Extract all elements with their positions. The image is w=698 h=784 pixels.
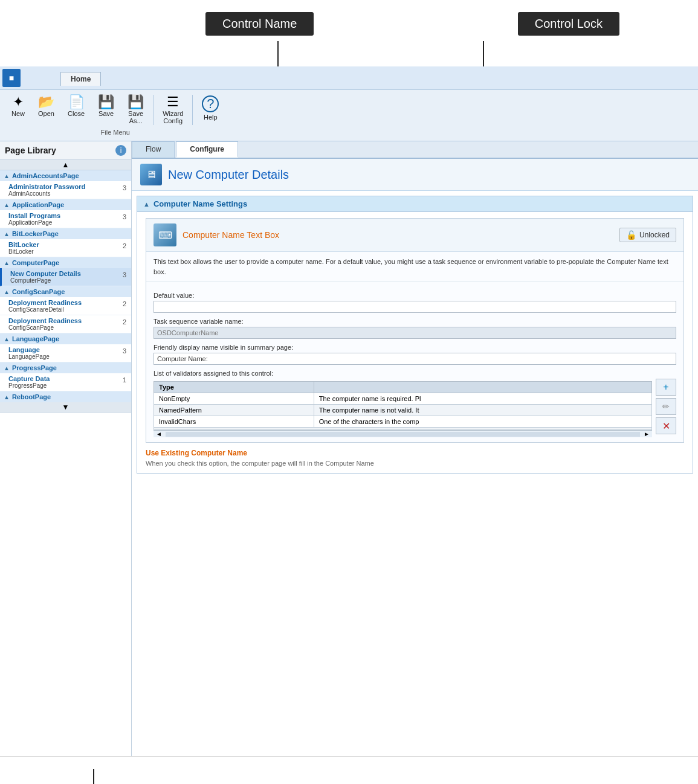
save-label: Save: [99, 110, 114, 117]
group-name-configscan: ConfigScanPage: [12, 288, 65, 295]
lock-icon: 🔓: [626, 230, 636, 240]
group-arrow-language: ▲: [4, 336, 10, 342]
sidebar-item-bitlocker[interactable]: BitLocker BitLocker 2: [0, 239, 131, 257]
validators-wrapper: Type NonEmpty The computer name is requ: [153, 379, 676, 437]
table-row[interactable]: NonEmpty The computer name is required. …: [154, 393, 652, 405]
sidebar-item-depl2-name: Deployment Readiness: [8, 317, 119, 324]
sidebar-item-language[interactable]: Language LanguagePage 3: [0, 344, 131, 362]
sidebar-item-depl1-num: 2: [119, 300, 126, 307]
sidebar-group-header-reboot[interactable]: ▲ RebootPage: [0, 391, 131, 402]
sidebar-group-progress: ▲ ProgressPage Capture Data ProgressPage…: [0, 362, 131, 391]
ribbon-save-button[interactable]: 💾 Save: [91, 92, 121, 127]
help-icon: ?: [202, 95, 219, 112]
sidebar-item-new-computer[interactable]: New Computer Details ComputerPage 3: [0, 268, 131, 286]
ribbon-file-group: ✦ New 📂 Open 📄 Close 💾 Save 💾 Save: [5, 92, 225, 137]
add-icon: +: [663, 382, 668, 393]
validator-type-2: NamedPattern: [154, 405, 314, 416]
validator-desc-3: One of the characters in the comp: [314, 416, 651, 428]
sidebar-item-admin-password[interactable]: Administrator Password AdminAccounts 3: [0, 181, 131, 199]
page-header: 🖥 New Computer Details: [132, 159, 698, 191]
sidebar-info-icon[interactable]: i: [115, 145, 126, 156]
tab-flow[interactable]: Flow: [132, 141, 175, 158]
table-row[interactable]: NamedPattern The computer name is not va…: [154, 405, 652, 416]
sidebar-group-header-progress[interactable]: ▲ ProgressPage: [0, 362, 131, 373]
use-existing-link[interactable]: Use Existing Computer Name: [146, 449, 684, 457]
delete-validator-button[interactable]: ✕: [656, 417, 676, 434]
friendly-input[interactable]: [153, 353, 676, 365]
sidebar-item-install-programs[interactable]: Install Programs ApplicationPage 3: [0, 210, 131, 228]
use-existing-desc: When you check this option, the computer…: [146, 460, 684, 467]
tab-configure[interactable]: Configure: [176, 141, 238, 158]
control-card-desc: This text box allows the user to provide…: [146, 252, 683, 282]
sidebar-title: Page Library: [5, 146, 115, 155]
new-label: New: [11, 110, 25, 117]
task-seq-label: Task sequence variable name:: [153, 318, 676, 325]
sidebar-item-bitlocker-sub: BitLocker: [8, 248, 119, 255]
default-value-input[interactable]: [153, 301, 676, 313]
scroll-left[interactable]: ◄: [153, 431, 164, 437]
open-icon: 📂: [38, 95, 54, 109]
sidebar-group-header-language[interactable]: ▲ LanguagePage: [0, 333, 131, 344]
table-scrollbar[interactable]: ◄ ►: [153, 430, 652, 437]
sidebar-group-configscan: ▲ ConfigScanPage Deployment Readiness Co…: [0, 286, 131, 333]
ribbon-help-button[interactable]: ? Help: [195, 92, 225, 127]
group-arrow-progress: ▲: [4, 365, 10, 371]
default-value-label: Default value:: [153, 292, 676, 299]
section-body: ⌨ Computer Name Text Box 🔓 Unlocked This…: [137, 212, 693, 473]
control-card-body: Default value: Task sequence variable na…: [146, 282, 683, 442]
sidebar: Page Library i ▲ ▲ AdminAccountsPage Adm…: [0, 141, 132, 756]
ribbon-new-button[interactable]: ✦ New: [5, 92, 31, 127]
ribbon-open-button[interactable]: 📂 Open: [31, 92, 61, 127]
control-card-header: ⌨ Computer Name Text Box 🔓 Unlocked: [146, 219, 683, 252]
ribbon-wizardconfig-button[interactable]: ☰ WizardConfig: [156, 92, 190, 127]
sidebar-item-capture[interactable]: Capture Data ProgressPage 1: [0, 373, 131, 391]
edit-validator-button[interactable]: ✏: [656, 398, 676, 415]
sidebar-group-header-admin[interactable]: ▲ AdminAccountsPage: [0, 170, 131, 181]
group-arrow-configscan: ▲: [4, 289, 10, 295]
sidebar-item-computer-name: New Computer Details: [10, 270, 119, 277]
sidebar-scroll-up[interactable]: ▲: [0, 160, 131, 170]
group-name-app: ApplicationPage: [12, 201, 64, 208]
close-icon: 📄: [68, 95, 85, 109]
sidebar-header: Page Library i: [0, 141, 131, 160]
sidebar-item-depl2-num: 2: [119, 318, 126, 326]
control-icon: ⌨: [153, 223, 176, 246]
sidebar-item-deployment2[interactable]: Deployment Readiness ConfigScanPage 2: [0, 315, 131, 333]
sidebar-item-depl1-name: Deployment Readiness: [8, 299, 119, 306]
tab-home[interactable]: Home: [60, 72, 101, 86]
saveas-label: SaveAs...: [128, 110, 143, 124]
section-header: ▲ Computer Name Settings: [137, 196, 693, 212]
page-title: New Computer Details: [168, 168, 289, 182]
sidebar-group-bitlocker: ▲ BitLockerPage BitLocker BitLocker 2: [0, 228, 131, 257]
validator-desc-1: The computer name is required. Pl: [314, 393, 651, 405]
sidebar-group-header-computer[interactable]: ▲ ComputerPage: [0, 257, 131, 268]
page-icon-glyph: 🖥: [146, 169, 157, 181]
sidebar-group-language: ▲ LanguagePage Language LanguagePage 3: [0, 333, 131, 362]
table-scroll-wrapper: Type NonEmpty The computer name is requ: [153, 379, 652, 437]
sidebar-group-admin: ▲ AdminAccountsPage Administrator Passwo…: [0, 170, 131, 199]
add-validator-button[interactable]: +: [656, 379, 676, 396]
ribbon-close-button[interactable]: 📄 Close: [61, 92, 91, 127]
scroll-right[interactable]: ►: [641, 431, 652, 437]
lock-badge[interactable]: 🔓 Unlocked: [619, 228, 676, 242]
sidebar-group-header-configscan[interactable]: ▲ ConfigScanPage: [0, 286, 131, 297]
section-title: Computer Name Settings: [153, 199, 247, 208]
table-row[interactable]: InvalidChars One of the characters in th…: [154, 416, 652, 428]
sidebar-item-deployment1[interactable]: Deployment Readiness ConfigScanareDetail…: [0, 297, 131, 315]
app-button[interactable]: ■: [2, 69, 21, 87]
control-card-computer-name: ⌨ Computer Name Text Box 🔓 Unlocked This…: [146, 218, 684, 443]
sidebar-item-app-sub: ApplicationPage: [8, 219, 119, 226]
sidebar-item-admin-sub: AdminAccounts: [8, 190, 119, 197]
sidebar-item-lang-sub: LanguagePage: [8, 353, 119, 360]
use-existing-section: Use Existing Computer Name When you chec…: [146, 449, 684, 467]
help-label: Help: [204, 114, 218, 121]
bottom-annotations: Validators Friendly Name Associated Task…: [0, 756, 698, 784]
content-body: 🖥 New Computer Details ▲ Computer Name S…: [132, 159, 698, 756]
sidebar-scroll-down[interactable]: ▼: [0, 402, 131, 413]
sidebar-group-header-app[interactable]: ▲ ApplicationPage: [0, 199, 131, 210]
group-arrow-reboot: ▲: [4, 394, 10, 400]
ribbon-saveas-button[interactable]: 💾 SaveAs...: [121, 92, 150, 127]
content-area: Flow Configure 🖥 New Computer Details ▲ …: [132, 141, 698, 756]
annotation-control-name: Control Name: [205, 12, 314, 36]
sidebar-group-header-bitlocker[interactable]: ▲ BitLockerPage: [0, 228, 131, 239]
